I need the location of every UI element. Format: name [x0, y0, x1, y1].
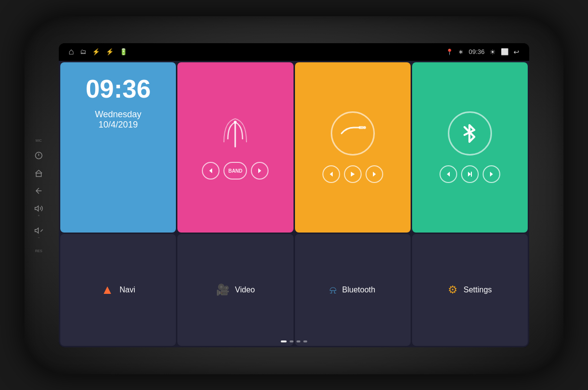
- svg-marker-15: [447, 172, 450, 177]
- device-body: MIC + − RES ⌂ 🗂: [24, 16, 564, 374]
- bluetooth-status-icon: ∗: [458, 48, 464, 55]
- svg-rect-16: [471, 172, 472, 177]
- bluetooth-tile[interactable]: [412, 62, 528, 233]
- usb-icon-1: ⚡: [92, 48, 100, 55]
- volume-down-button[interactable]: −: [34, 226, 43, 239]
- home-side-button[interactable]: [34, 169, 43, 178]
- page-indicators: [281, 340, 307, 342]
- aux-prev-button[interactable]: [322, 165, 340, 183]
- svg-rect-2: [36, 173, 42, 177]
- side-button-group: MIC + − RES: [34, 138, 43, 253]
- screen-content: 09:36 Wednesday 10/4/2019: [59, 61, 529, 347]
- bluetooth-bottom-icon: ⍾: [330, 284, 336, 296]
- settings-icon: ⚙: [448, 284, 458, 296]
- svg-marker-4: [35, 228, 39, 233]
- navigation-icon: ▲: [101, 282, 114, 297]
- svg-marker-8: [209, 168, 212, 173]
- svg-marker-12: [330, 172, 333, 177]
- page-dot-4[interactable]: [303, 340, 307, 342]
- aux-play-button[interactable]: [344, 165, 362, 183]
- clock-date: 10/4/2019: [98, 120, 138, 130]
- radio-band-button[interactable]: BAND: [223, 162, 247, 180]
- radio-controls: BAND: [202, 162, 269, 180]
- page-dot-1[interactable]: [281, 340, 287, 342]
- sd-card-icon: 🗂: [80, 48, 86, 55]
- power-button[interactable]: [34, 151, 43, 160]
- bt-controls: [440, 165, 500, 183]
- aux-next-button[interactable]: [366, 165, 383, 183]
- bluetooth-label: Bluetooth: [342, 286, 375, 294]
- location-icon: 📍: [446, 49, 453, 55]
- svg-marker-3: [35, 206, 39, 211]
- aux-tile[interactable]: [295, 62, 411, 233]
- svg-marker-18: [490, 172, 493, 177]
- radio-prev-button[interactable]: [202, 162, 220, 180]
- res-label: RES: [35, 248, 42, 253]
- back-nav-icon: ↩: [514, 48, 519, 56]
- svg-marker-17: [468, 172, 471, 177]
- aux-controls: [322, 165, 383, 183]
- brightness-icon: ☀: [490, 48, 496, 56]
- page-dot-2[interactable]: [290, 340, 294, 342]
- svg-line-5: [41, 229, 43, 232]
- navi-label: Navi: [120, 286, 135, 294]
- video-label: Video: [235, 286, 255, 294]
- page-dot-3[interactable]: [296, 340, 300, 342]
- svg-rect-10: [359, 126, 364, 129]
- main-grid: 09:36 Wednesday 10/4/2019: [59, 61, 529, 347]
- svg-point-11: [363, 126, 366, 129]
- screen: ⌂ 🗂 ⚡ ⚡ 🔋 📍 ∗ 09:36 ☀ ⬜ ↩: [59, 43, 529, 347]
- settings-button[interactable]: ⚙ Settings: [412, 234, 528, 346]
- svg-marker-14: [373, 172, 376, 177]
- home-icon: ⌂: [69, 47, 74, 57]
- video-icon: 🎥: [216, 284, 229, 296]
- usb-icon-2: ⚡: [106, 48, 114, 55]
- radio-tile[interactable]: BAND: [177, 62, 293, 233]
- settings-label: Settings: [464, 286, 492, 294]
- battery-icon: 🔋: [120, 48, 127, 55]
- status-time: 09:36: [468, 48, 485, 55]
- bluetooth-tile-icon: [448, 111, 492, 156]
- aux-icon: [331, 111, 375, 156]
- status-bar-left: ⌂ 🗂 ⚡ ⚡ 🔋: [69, 47, 127, 57]
- bt-skip-button[interactable]: [483, 165, 500, 183]
- video-button[interactable]: 🎥 Video: [177, 234, 293, 346]
- navi-button[interactable]: ▲ Navi: [60, 234, 176, 346]
- antenna-icon: [218, 115, 252, 151]
- radio-next-button[interactable]: [251, 162, 269, 180]
- volume-up-button[interactable]: +: [34, 204, 43, 217]
- back-side-button[interactable]: [34, 186, 43, 195]
- bt-next-button[interactable]: [461, 165, 479, 183]
- recent-apps-icon: ⬜: [501, 48, 509, 55]
- status-bar-right: 📍 ∗ 09:36 ☀ ⬜ ↩: [446, 48, 519, 56]
- clock-time-display: 09:36: [86, 76, 151, 102]
- status-bar: ⌂ 🗂 ⚡ ⚡ 🔋 📍 ∗ 09:36 ☀ ⬜ ↩: [59, 43, 529, 61]
- mic-label: MIC: [36, 138, 42, 142]
- bluetooth-bottom-button[interactable]: ⍾ Bluetooth: [295, 234, 411, 346]
- clock-day: Wednesday: [95, 109, 142, 120]
- bt-prev-button[interactable]: [440, 165, 457, 183]
- svg-point-7: [234, 121, 237, 124]
- svg-marker-13: [351, 172, 355, 177]
- clock-tile[interactable]: 09:36 Wednesday 10/4/2019: [60, 62, 176, 233]
- svg-marker-9: [258, 168, 261, 173]
